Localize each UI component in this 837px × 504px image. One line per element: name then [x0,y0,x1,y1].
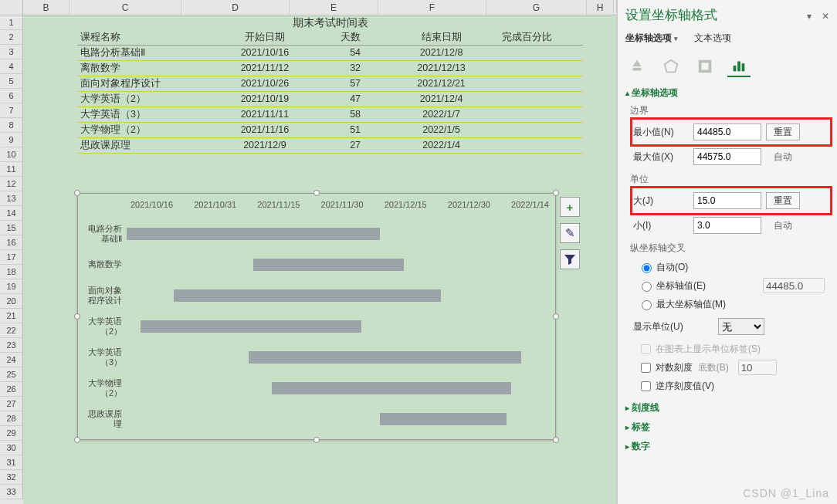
column-header[interactable]: B [23,0,69,15]
row-header[interactable]: 6 [0,89,23,103]
row-header[interactable]: 1 [0,15,23,30]
row-header[interactable]: 10 [0,147,23,162]
column-headers: BCDEFGH [0,0,616,15]
column-header[interactable]: D [181,0,290,15]
gantt-bar[interactable] [141,320,361,333]
row-header[interactable]: 31 [0,455,23,470]
table-row[interactable]: 离散数学2021/11/12322021/12/13 [77,61,583,76]
gantt-bar[interactable] [253,259,403,271]
row-header[interactable]: 22 [0,323,23,338]
row-header[interactable]: 20 [0,294,23,309]
log-scale-checkbox[interactable] [641,363,651,373]
gantt-row[interactable]: 电路分析基础Ⅱ [84,218,549,249]
spreadsheet-area[interactable]: BCDEFGH 12345678910111213141516171819202… [0,0,617,504]
bounds-min-reset-button[interactable]: 重置 [766,123,800,140]
chart-filter-button[interactable] [560,249,580,269]
cross-at-radio[interactable] [642,282,652,292]
gantt-row[interactable]: 离散数学 [84,249,549,280]
column-header[interactable]: G [486,0,587,15]
row-header[interactable]: 24 [0,353,23,367]
gantt-row[interactable]: 大学英语（2） [84,311,549,342]
row-header[interactable]: 28 [0,411,23,426]
svg-rect-4 [737,62,740,72]
row-header[interactable]: 9 [0,133,23,147]
column-header[interactable]: F [378,0,486,15]
row-header[interactable]: 4 [0,59,23,74]
chart-plot-area[interactable]: 电路分析基础Ⅱ离散数学面向对象程序设计大学英语（2）大学英语（3）大学物理（2）… [84,218,549,433]
fill-line-icon[interactable] [625,56,649,77]
svg-rect-3 [734,66,737,71]
section-tick-marks[interactable]: 刻度线 [625,401,829,414]
size-properties-icon[interactable] [693,56,717,77]
column-header[interactable]: E [290,0,378,15]
row-header[interactable]: 13 [0,191,23,206]
row-header[interactable]: 14 [0,206,23,221]
row-header[interactable]: 27 [0,397,23,411]
column-header[interactable]: C [69,0,181,15]
row-headers: 1234567891011121314151617181920212223242… [0,15,23,504]
row-header[interactable]: 30 [0,441,23,455]
cross-max-radio[interactable] [642,300,652,310]
cross-auto-radio[interactable] [642,263,652,273]
bounds-min-input[interactable] [693,123,761,140]
cross-at-input [763,278,825,293]
bounds-max-input[interactable] [693,148,761,165]
row-header[interactable]: 16 [0,235,23,250]
chart-x-axis[interactable]: 2021/10/162021/10/312021/11/152021/11/30… [84,200,549,212]
gantt-row[interactable]: 大学英语（3） [84,342,549,373]
axis-options-icon[interactable] [727,56,751,77]
row-header[interactable]: 23 [0,338,23,353]
row-header[interactable]: 7 [0,103,23,118]
unit-major-row: 大(J) 重置 [633,189,829,212]
chart-styles-button[interactable]: ✎ [560,223,580,243]
row-header[interactable]: 29 [0,426,23,441]
chart-add-element-button[interactable]: + [560,197,580,217]
unit-minor-input[interactable] [693,217,761,234]
row-header[interactable]: 3 [0,45,23,59]
gantt-bar[interactable] [380,413,507,425]
tab-axis-options[interactable]: 坐标轴选项 [625,32,678,45]
gantt-bar[interactable] [127,228,380,240]
row-header[interactable]: 32 [0,470,23,485]
row-header[interactable]: 15 [0,221,23,235]
pane-menu-icon[interactable]: ▾ [807,11,812,22]
unit-major-input[interactable] [693,192,761,209]
row-header[interactable]: 18 [0,265,23,279]
row-header[interactable]: 21 [0,309,23,323]
unit-major-reset-button[interactable]: 重置 [766,192,800,209]
gantt-chart[interactable]: 2021/10/162021/10/312021/11/152021/11/30… [77,193,556,440]
bounds-max-row: 最大值(X) 自动 [633,145,829,168]
gantt-row[interactable]: 面向对象程序设计 [84,280,549,311]
reverse-order-checkbox[interactable] [641,381,651,391]
gantt-row[interactable]: 思政课原理 [84,404,549,435]
table-row[interactable]: 思政课原理2021/12/9272022/1/4 [77,138,583,154]
tab-text-options[interactable]: 文本选项 [694,32,731,45]
svg-marker-0 [665,60,678,73]
pane-close-icon[interactable]: ✕ [822,11,829,22]
table-row[interactable]: 大学物理（2）2021/11/16512022/1/5 [77,123,583,138]
gantt-bar[interactable] [174,289,441,302]
row-header[interactable]: 12 [0,177,23,191]
row-header[interactable]: 26 [0,382,23,397]
section-number[interactable]: 数字 [625,440,829,453]
gantt-row[interactable]: 大学物理（2） [84,373,549,404]
gantt-bar[interactable] [272,382,511,394]
display-unit-select[interactable]: 无 [718,318,764,335]
table-row[interactable]: 大学英语（3）2021/11/11582022/1/7 [77,107,583,123]
effects-icon[interactable] [659,56,683,77]
table-row[interactable]: 大学英语（2）2021/10/19472021/12/4 [77,92,583,107]
gantt-bar[interactable] [249,351,521,364]
row-header[interactable]: 25 [0,367,23,382]
row-header[interactable]: 17 [0,250,23,265]
row-header[interactable]: 8 [0,118,23,133]
section-labels[interactable]: 标签 [625,421,829,434]
row-header[interactable]: 5 [0,74,23,89]
table-row[interactable]: 电路分析基础Ⅱ2021/10/16542021/12/8 [77,46,583,61]
section-axis-options[interactable]: 坐标轴选项 [625,86,829,100]
row-header[interactable]: 33 [0,485,23,499]
table-row[interactable]: 面向对象程序设计2021/10/26572021/12/21 [77,76,583,92]
row-header[interactable]: 11 [0,162,23,177]
row-header[interactable]: 19 [0,279,23,294]
row-header[interactable]: 2 [0,30,23,45]
column-header[interactable]: H [587,0,614,15]
